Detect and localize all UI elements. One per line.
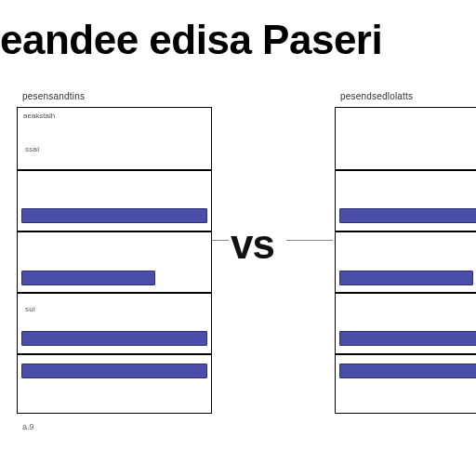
highlight-bar (339, 271, 473, 285)
left-panel: pesensandtins aeakstalh ssal sul (17, 91, 212, 414)
comparison-stage: pesensandtins aeakstalh ssal sul vs pese… (0, 91, 476, 463)
left-row-label-3: sul (25, 305, 35, 313)
right-panel-header: pesendsedlolatts (340, 91, 476, 101)
divider (18, 353, 211, 355)
highlight-bar (21, 271, 155, 285)
connector-line (286, 240, 333, 241)
divider (18, 169, 211, 171)
right-panel: pesendsedlolatts (335, 91, 476, 414)
vs-label: vs (231, 221, 274, 268)
left-tiny-label: aeakstalh (23, 112, 55, 120)
connector-line (212, 240, 229, 241)
highlight-bar (21, 208, 207, 223)
divider (336, 353, 476, 355)
right-box (335, 107, 476, 414)
page-title: eandee edisa Paseri (0, 0, 476, 91)
left-panel-header: pesensandtins (22, 91, 212, 101)
divider (336, 169, 476, 171)
highlight-bar (21, 364, 207, 378)
highlight-bar (339, 364, 476, 378)
highlight-bar (339, 208, 476, 223)
highlight-bar (339, 331, 476, 346)
left-box: aeakstalh ssal sul (17, 107, 212, 414)
highlight-bar (21, 331, 207, 346)
footnote: a.9 (22, 422, 34, 431)
divider (18, 231, 211, 232)
divider (336, 292, 476, 294)
divider (18, 292, 211, 294)
divider (336, 231, 476, 232)
left-row-label-1: ssal (25, 145, 39, 153)
